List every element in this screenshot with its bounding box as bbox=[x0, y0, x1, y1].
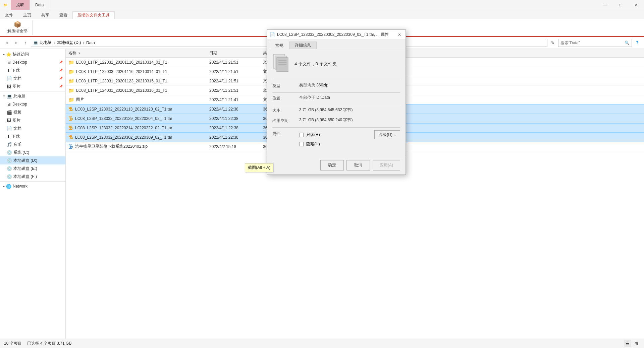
title-bar-controls: — □ ✕ bbox=[598, 0, 644, 10]
pin-icon-4: 📌 bbox=[59, 85, 63, 88]
refresh-button[interactable]: ↻ bbox=[549, 39, 557, 47]
pics2-icon: 🖼 bbox=[7, 118, 11, 123]
dialog-close-button[interactable]: ✕ bbox=[396, 31, 403, 38]
pin-icon-2: 📌 bbox=[59, 69, 63, 72]
view-large-icons-button[interactable]: ⊞ bbox=[633, 340, 640, 347]
sidebar-item-docs1[interactable]: 📄 文档 📌 bbox=[0, 74, 65, 82]
video-icon: 🎬 bbox=[7, 110, 12, 115]
advanced-button[interactable]: 高级(D)... bbox=[374, 130, 400, 139]
path-part-data: Data bbox=[86, 41, 95, 45]
network-icon: 🌐 bbox=[6, 184, 11, 189]
dialog-row-size: 大小: 3.71 GB (3,984,645,632 字节) bbox=[272, 107, 400, 115]
pin-icon: 📌 bbox=[59, 61, 63, 64]
sidebar-item-this-pc[interactable]: ▼ 💻 此电脑 bbox=[0, 92, 65, 100]
dialog-title-text: LC08_L2SP_123032_20220302_20220309_02_T1… bbox=[277, 32, 394, 38]
sidebar-item-download2[interactable]: ⬇ 下载 bbox=[0, 132, 65, 140]
drive-e-icon: 💿 bbox=[7, 166, 12, 171]
sidebar-item-drive-e[interactable]: 💿 本地磁盘 (E:) bbox=[0, 164, 65, 172]
drive-c-icon: 💿 bbox=[7, 150, 12, 155]
close-button[interactable]: ✕ bbox=[629, 0, 644, 10]
dialog-body: 4 个文件，0 个文件夹 类型: 类型均为 360zip 位置: 全部位于 D:… bbox=[267, 49, 406, 156]
dialog-divider-2 bbox=[272, 105, 400, 105]
sidebar-item-video[interactable]: 🎬 视频 bbox=[0, 108, 65, 116]
ribbon-tab-view[interactable]: 查看 bbox=[54, 11, 72, 19]
pin-icon-3: 📌 bbox=[59, 77, 63, 80]
status-total: 10 个项目 bbox=[4, 341, 22, 346]
dialog-tab-details[interactable]: 详细信息 bbox=[289, 42, 317, 49]
sidebar-item-drive-f[interactable]: 💿 本地磁盘 (F:) bbox=[0, 172, 65, 181]
maximize-button[interactable]: □ bbox=[613, 0, 629, 10]
arrow-icon-2: ▼ bbox=[3, 95, 5, 98]
sidebar-divider-1 bbox=[0, 91, 65, 91]
sidebar-item-music[interactable]: 🎵 音乐 bbox=[0, 140, 65, 148]
ribbon-tab-compress[interactable]: 压缩的文件夹工具 bbox=[72, 11, 115, 19]
forward-button[interactable]: ▶ bbox=[12, 39, 20, 47]
folder-icon: 📁 bbox=[68, 88, 74, 93]
dialog-attr-readonly: 只读(R) 高级(D)... bbox=[299, 130, 400, 139]
download2-icon: ⬇ bbox=[7, 134, 10, 139]
desktop-icon: 🖥 bbox=[7, 60, 11, 65]
minimize-button[interactable]: — bbox=[598, 0, 613, 10]
dialog-tabs: 常规 详细信息 bbox=[267, 40, 406, 49]
sidebar-item-pics2[interactable]: 🖼 图片 bbox=[0, 116, 65, 124]
dialog-tab-general[interactable]: 常规 bbox=[270, 42, 289, 49]
sidebar-item-network[interactable]: ▶ 🌐 Network bbox=[0, 182, 65, 190]
checkbox-readonly[interactable] bbox=[299, 133, 304, 137]
sidebar-item-drive-d[interactable]: 💿 本地磁盘 (D:) bbox=[0, 156, 65, 164]
sidebar-item-download1[interactable]: ⬇ 下载 📌 bbox=[0, 66, 65, 74]
zip-icon: 🗜 bbox=[68, 135, 73, 140]
search-input[interactable] bbox=[560, 41, 625, 45]
dialog-row-location: 位置: 全部位于 D:\Data bbox=[272, 95, 400, 102]
window-icon: 📁 bbox=[3, 2, 8, 8]
sidebar-item-desktop1[interactable]: 🖥 Desktop 📌 bbox=[0, 58, 65, 66]
title-tab-extract[interactable]: 提取 bbox=[11, 0, 30, 10]
sidebar-divider-2 bbox=[0, 181, 65, 182]
zip2-icon: 🗜 bbox=[68, 144, 73, 149]
cancel-button[interactable]: 取消 bbox=[346, 160, 370, 170]
pc-icon: 💻 bbox=[7, 94, 12, 99]
search-box[interactable]: 🔍 bbox=[558, 39, 632, 47]
sidebar-item-docs2[interactable]: 📄 文档 bbox=[0, 124, 65, 132]
dialog-attr-hidden: 隐藏(H) bbox=[299, 141, 400, 147]
view-details-button[interactable]: ☰ bbox=[624, 340, 631, 347]
ok-button[interactable]: 确定 bbox=[320, 160, 344, 170]
properties-dialog: 📄 LC08_L2SP_123032_20220302_20220309_02_… bbox=[267, 29, 406, 175]
col-header-date[interactable]: 日期 bbox=[207, 50, 260, 56]
arrow-icon-3: ▶ bbox=[3, 185, 5, 188]
path-home-icon: 💻 bbox=[33, 41, 38, 45]
folder-icon: 📁 bbox=[68, 97, 74, 102]
sidebar-item-quick-access[interactable]: ▶ ⭐ 快速访问 bbox=[0, 50, 65, 58]
apply-button[interactable]: 应用(A) bbox=[373, 160, 400, 170]
back-button[interactable]: ◀ bbox=[3, 39, 11, 47]
dialog-title-icon: 📄 bbox=[270, 32, 275, 37]
sidebar-item-pics1[interactable]: 🖼 图片 📌 bbox=[0, 82, 65, 90]
music-icon: 🎵 bbox=[7, 142, 12, 147]
docs-icon: 📄 bbox=[7, 76, 12, 81]
sidebar-item-drive-c[interactable]: 💿 系统 (C:) bbox=[0, 148, 65, 156]
ribbon-tabs: 文件 主页 共享 查看 压缩的文件夹工具 bbox=[0, 10, 644, 19]
ribbon-tab-home[interactable]: 主页 bbox=[18, 11, 36, 19]
col-header-name[interactable]: 名称 ▼ bbox=[66, 50, 207, 56]
path-sep-1: › bbox=[54, 41, 55, 45]
ribbon-btn-extract-all[interactable]: 📦 解压缩全部 bbox=[5, 21, 30, 34]
dialog-divider-3 bbox=[272, 127, 400, 128]
checkbox-hidden[interactable] bbox=[299, 142, 304, 146]
path-sep-2: › bbox=[83, 41, 84, 45]
folder-icon: 📁 bbox=[68, 69, 74, 74]
ribbon-tab-file[interactable]: 文件 bbox=[0, 11, 18, 19]
dialog-row-size-disk: 占用空间: 3.71 GB (3,984,650,240 字节) bbox=[272, 117, 400, 125]
help-button[interactable]: ? bbox=[633, 39, 641, 47]
sidebar-item-desktop2[interactable]: 🖥 Desktop bbox=[0, 100, 65, 108]
title-tab-data[interactable]: Data bbox=[30, 0, 49, 10]
folder-icon: 📁 bbox=[68, 60, 74, 65]
drive-f-icon: 💿 bbox=[7, 174, 12, 179]
zip-icon: 🗜 bbox=[68, 107, 73, 112]
ribbon-tab-share[interactable]: 共享 bbox=[36, 11, 54, 19]
status-right: ☰ ⊞ bbox=[624, 340, 640, 347]
arrow-icon: ▶ bbox=[3, 53, 5, 56]
title-bar: 📁 提取 Data — □ ✕ bbox=[0, 0, 644, 10]
dialog-file-preview: 4 个文件，0 个文件夹 bbox=[272, 53, 400, 79]
zip-icon: 🗜 bbox=[68, 125, 73, 131]
up-button[interactable]: ↑ bbox=[21, 39, 30, 47]
extract-all-icon: 📦 bbox=[14, 21, 21, 27]
